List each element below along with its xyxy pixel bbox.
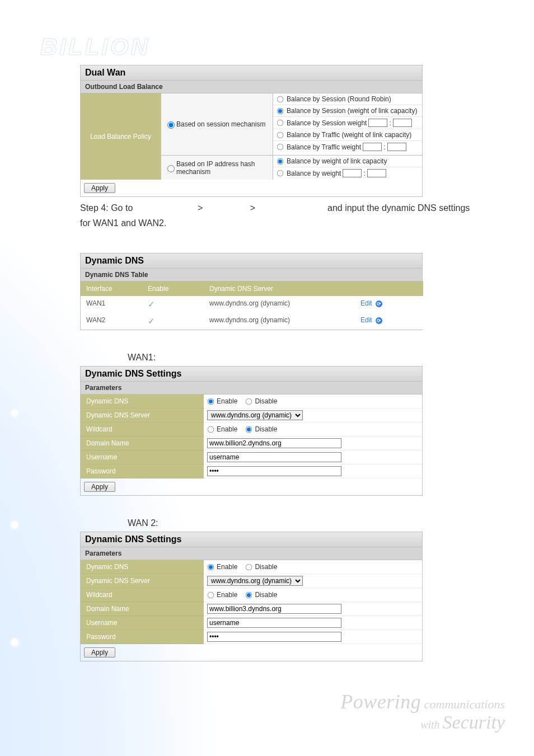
param-row: WildcardEnableDisable xyxy=(81,422,422,436)
balance-option[interactable]: Balance by Session (Round Robin) xyxy=(273,93,422,105)
cell-edit[interactable]: Edit ⟳ xyxy=(355,296,423,313)
edit-icon[interactable]: ⟳ xyxy=(376,300,382,307)
username-input[interactable] xyxy=(207,618,341,628)
param-label-user: Username xyxy=(81,450,204,464)
param-row: Username xyxy=(81,616,422,630)
weight-input[interactable] xyxy=(367,169,386,177)
disable-radio[interactable] xyxy=(246,592,252,599)
cell-edit[interactable]: Edit ⟳ xyxy=(355,313,423,330)
server-select[interactable]: www.dyndns.org (dynamic) xyxy=(207,576,303,586)
param-row: Dynamic DNSEnableDisable xyxy=(81,560,422,574)
server-select[interactable]: www.dyndns.org (dynamic) xyxy=(207,410,303,420)
weight-sep: : xyxy=(389,119,391,127)
mode-ip-hash-label: Based on IP address hash mechanism xyxy=(176,160,269,176)
ddns-table-header: Interface Enable Dynamic DNS Server xyxy=(81,281,422,296)
apply-button[interactable]: Apply xyxy=(84,482,115,492)
enable-radio[interactable] xyxy=(208,592,214,599)
cell-interface: WAN1 xyxy=(81,296,142,313)
disable-radio[interactable] xyxy=(246,398,252,405)
password-input[interactable] xyxy=(207,466,341,476)
apply-row: Apply xyxy=(81,644,422,661)
cell-interface: WAN2 xyxy=(81,313,142,330)
param-row: Dynamic DNS Serverwww.dyndns.org (dynami… xyxy=(81,574,422,588)
breadcrumb-placeholder xyxy=(258,203,325,213)
enable-label: Enable xyxy=(217,425,237,433)
balance-option-radio[interactable] xyxy=(277,120,284,126)
enable-radio[interactable] xyxy=(208,564,214,571)
edit-link[interactable]: Edit xyxy=(360,316,372,324)
balance-option[interactable]: Balance by Traffic weight: xyxy=(273,141,422,153)
mode-session-radio[interactable] xyxy=(167,121,175,129)
apply-button[interactable]: Apply xyxy=(84,647,115,658)
enable-radio[interactable] xyxy=(208,398,214,405)
param-label-domain: Domain Name xyxy=(81,602,204,616)
disable-label: Disable xyxy=(255,591,277,599)
disable-radio[interactable] xyxy=(246,426,252,433)
breadcrumb-placeholder xyxy=(135,203,195,213)
edit-icon[interactable]: ⟳ xyxy=(376,317,382,324)
mode-ip-hash-radio[interactable] xyxy=(167,165,175,172)
param-value-user xyxy=(204,450,422,464)
table-row: WAN2✓www.dyndns.org (dynamic)Edit ⟳ xyxy=(81,313,422,330)
ddns-title: Dynamic DNS xyxy=(81,253,422,269)
breadcrumb-sep: > xyxy=(198,203,205,213)
ddns-settings-title: Dynamic DNS Settings xyxy=(81,532,422,547)
footer-word: Powering xyxy=(340,691,421,713)
balance-option-radio[interactable] xyxy=(277,158,284,165)
balance-option[interactable]: Balance by weight: xyxy=(273,167,422,179)
param-label-dyn: Dynamic DNS xyxy=(81,395,204,408)
param-label-domain: Domain Name xyxy=(81,436,204,450)
enable-label: Enable xyxy=(217,591,237,599)
balance-option-label: Balance by Session weight xyxy=(287,119,367,127)
disable-label: Disable xyxy=(255,563,277,571)
edit-link[interactable]: Edit xyxy=(360,299,372,307)
wan2-label: WAN 2: xyxy=(128,518,484,528)
param-value-domain xyxy=(204,436,422,450)
ddns-settings-sub: Parameters xyxy=(81,547,422,560)
balance-option-radio[interactable] xyxy=(277,96,284,102)
disable-radio[interactable] xyxy=(246,564,252,571)
password-input[interactable] xyxy=(207,632,341,642)
param-label-server: Dynamic DNS Server xyxy=(81,408,204,422)
weight-input[interactable] xyxy=(393,119,412,127)
weight-input[interactable] xyxy=(387,143,406,151)
weight-input[interactable] xyxy=(363,143,382,151)
balance-option[interactable]: Balance by Session weight: xyxy=(273,117,422,129)
balance-option-label: Balance by Session (weight of link capac… xyxy=(287,107,417,115)
domain-input[interactable] xyxy=(207,438,341,448)
breadcrumb-sep: > xyxy=(250,203,258,213)
domain-input[interactable] xyxy=(207,604,341,614)
param-row: Username xyxy=(81,450,422,464)
param-value-wildcard: EnableDisable xyxy=(204,422,422,436)
param-value-pass xyxy=(204,464,422,478)
disable-label: Disable xyxy=(255,425,277,433)
footer-word: communications xyxy=(421,697,505,711)
balance-option-label: Balance by weight xyxy=(287,170,341,177)
balance-option[interactable]: Balance by Traffic (weight of link capac… xyxy=(273,129,422,141)
param-row: Dynamic DNSEnableDisable xyxy=(81,395,422,408)
mode-session-mechanism[interactable]: Based on session mechanism xyxy=(161,93,273,155)
enable-radio[interactable] xyxy=(208,426,214,433)
param-label-dyn: Dynamic DNS xyxy=(81,560,204,574)
weight-sep: : xyxy=(363,170,365,177)
footer-word: Security xyxy=(443,712,505,732)
session-options-group: Balance by Session (Round Robin)Balance … xyxy=(273,93,422,155)
param-value-dyn: EnableDisable xyxy=(204,395,422,408)
balance-option-radio[interactable] xyxy=(277,107,284,114)
weight-input[interactable] xyxy=(343,169,362,177)
col-action xyxy=(355,281,423,296)
balance-option-radio[interactable] xyxy=(277,170,284,177)
username-input[interactable] xyxy=(207,452,341,462)
weight-input[interactable] xyxy=(368,119,387,127)
dynamic-dns-table-panel: Dynamic DNS Dynamic DNS Table Interface … xyxy=(80,253,423,330)
mode-ip-hash-mechanism[interactable]: Based on IP address hash mechanism xyxy=(161,156,273,180)
apply-row: Apply xyxy=(81,180,422,196)
apply-button[interactable]: Apply xyxy=(84,183,115,193)
param-label-server: Dynamic DNS Server xyxy=(81,574,204,588)
balance-option[interactable]: Balance by Session (weight of link capac… xyxy=(273,105,422,117)
weight-sep: : xyxy=(383,143,385,151)
balance-option-radio[interactable] xyxy=(277,132,284,138)
balance-option[interactable]: Balance by weight of link capacity xyxy=(273,156,422,167)
load-balance-policy-label: Load Balance Policy xyxy=(81,93,161,180)
balance-option-radio[interactable] xyxy=(277,144,284,151)
